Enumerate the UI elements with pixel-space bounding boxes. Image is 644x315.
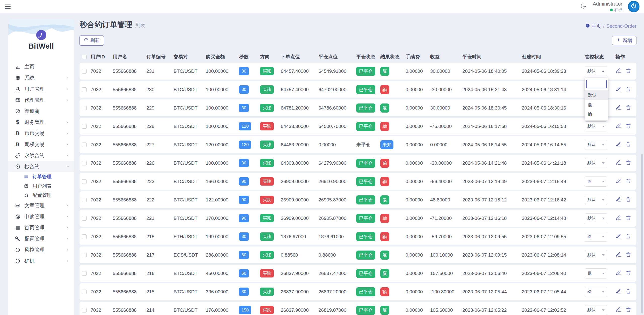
sidebar-item-币币交易[interactable]: B币币交易	[8, 128, 74, 139]
control-status-select[interactable]: 默认	[585, 305, 607, 315]
delete-button[interactable]	[625, 215, 631, 221]
delete-button[interactable]	[625, 105, 631, 111]
row-checkbox[interactable]	[82, 143, 87, 147]
select-all-checkbox[interactable]	[82, 55, 87, 59]
sidebar-item-代理管理[interactable]: 代理管理	[8, 94, 74, 106]
control-status-select[interactable]: 默认	[585, 121, 607, 131]
edit-button[interactable]	[615, 68, 621, 74]
sidebar-item-渠道商[interactable]: 渠道商	[8, 106, 74, 117]
trash-icon	[626, 289, 631, 295]
edit-button[interactable]	[615, 289, 621, 295]
delete-button[interactable]	[625, 307, 631, 313]
sidebar-subitem-用户列表[interactable]: 用户列表	[8, 181, 74, 191]
breadcrumb-home-link[interactable]: 主页	[585, 23, 601, 29]
control-status-cell: 默认	[585, 195, 615, 205]
row-checkbox[interactable]	[82, 234, 87, 239]
menu-toggle-icon[interactable]	[5, 3, 13, 10]
scrollbar[interactable]	[641, 154, 643, 313]
sidebar-item-首页管理[interactable]: 首页管理	[8, 222, 74, 233]
edit-button[interactable]	[615, 179, 621, 185]
row-checkbox[interactable]	[82, 161, 87, 165]
control-status-value: 默认	[587, 252, 595, 258]
row-checkbox[interactable]	[82, 69, 87, 74]
edit-button[interactable]	[615, 87, 621, 93]
row-checkbox[interactable]	[82, 253, 87, 257]
delete-button[interactable]	[625, 289, 631, 295]
edit-button[interactable]	[615, 252, 621, 258]
edit-button[interactable]	[615, 270, 621, 276]
row-checkbox[interactable]	[82, 124, 87, 129]
row-checkbox[interactable]	[82, 216, 87, 221]
add-button[interactable]: 新增	[612, 36, 636, 45]
checkbox-cell	[79, 308, 91, 312]
delete-button[interactable]	[625, 179, 631, 185]
control-status-select[interactable]: 赢	[585, 268, 607, 278]
delete-button[interactable]	[625, 160, 631, 166]
edit-button[interactable]	[615, 160, 621, 166]
delete-button[interactable]	[625, 197, 631, 203]
checkbox-cell	[79, 271, 91, 276]
open-point-cell: 64757.40000	[281, 87, 318, 92]
delete-button[interactable]	[625, 142, 631, 148]
edit-button[interactable]	[615, 234, 621, 240]
close-status-cell: 已平仓	[356, 177, 380, 186]
result-badge: 输	[380, 232, 389, 241]
control-status-select[interactable]: 输	[585, 232, 607, 242]
delete-button[interactable]	[625, 270, 631, 276]
dropdown-option-输[interactable]: 输	[585, 110, 608, 119]
edit-button[interactable]	[615, 215, 621, 221]
row-checkbox[interactable]	[82, 179, 87, 184]
sidebar-subitem-配置管理[interactable]: 配置管理	[8, 191, 74, 200]
delete-button[interactable]	[625, 123, 631, 129]
edit-button[interactable]	[615, 105, 621, 111]
control-status-select[interactable]: 默认	[585, 250, 607, 260]
delete-button[interactable]	[625, 252, 631, 258]
control-status-select[interactable]: 默认	[585, 140, 607, 150]
close-time-cell: 2024-05-06 16:14:55	[462, 142, 522, 148]
delete-button[interactable]	[625, 87, 631, 93]
edit-button[interactable]	[615, 197, 621, 203]
sidebar-subitem-订单管理[interactable]: 订单管理	[8, 172, 74, 181]
sidebar-item-文章管理[interactable]: 文章管理	[8, 200, 74, 211]
control-status-select[interactable]: 输	[585, 177, 607, 187]
dropdown-option-赢[interactable]: 赢	[585, 100, 608, 110]
sidebar-item-系统[interactable]: 系统	[8, 72, 74, 83]
row-checkbox[interactable]	[82, 106, 87, 110]
control-status-select[interactable]: 默认	[585, 195, 607, 205]
control-status-select[interactable]: 默认	[585, 158, 607, 168]
sidebar-item-主页[interactable]: 主页	[8, 61, 74, 72]
row-checkbox[interactable]	[82, 87, 87, 92]
sidebar-item-用户管理[interactable]: 用户管理	[8, 83, 74, 94]
row-checkbox[interactable]	[82, 290, 87, 294]
edit-button[interactable]	[615, 123, 621, 129]
sidebar-item-期权交易[interactable]: Ƀ期权交易	[8, 139, 74, 150]
sidebar-item-矿机[interactable]: 矿机	[8, 255, 74, 266]
sidebar-item-财务管理[interactable]: $财务管理	[8, 117, 74, 128]
refresh-button[interactable]: 刷新	[79, 36, 104, 46]
sidebar-item-申购管理[interactable]: 申购管理	[8, 211, 74, 222]
column-header: 交易对	[174, 54, 206, 60]
row-checkbox[interactable]	[82, 198, 87, 202]
row-checkbox[interactable]	[82, 308, 87, 312]
sidebar-item-风控管理[interactable]: 风控管理	[8, 244, 74, 255]
row-checkbox[interactable]	[82, 271, 87, 276]
dropdown-search-input[interactable]	[586, 80, 607, 88]
create-time-cell: 2023-06-07 12:18:49	[522, 179, 585, 184]
control-status-select[interactable]: 默认	[585, 213, 607, 223]
close-status-badge: 已平仓	[356, 287, 375, 296]
delete-button[interactable]	[625, 234, 631, 240]
sidebar-item-配置管理[interactable]: 配置管理	[8, 233, 74, 244]
dark-mode-toggle[interactable]	[580, 3, 587, 10]
user-avatar[interactable]	[628, 1, 639, 12]
sidebar-subitem-label: 用户列表	[32, 183, 70, 189]
edit-button[interactable]	[615, 307, 621, 313]
select-caret-icon	[602, 309, 605, 311]
sidebar-item-秒合约[interactable]: 秒合约	[8, 161, 74, 172]
delete-button[interactable]	[625, 68, 631, 74]
control-status-cell: 输	[585, 177, 615, 187]
edit-button[interactable]	[615, 142, 621, 148]
control-status-select[interactable]: 默认	[585, 66, 607, 76]
dropdown-option-默认[interactable]: 默认	[585, 90, 608, 100]
sidebar-item-永续合约[interactable]: 永续合约	[8, 150, 74, 161]
control-status-select[interactable]: 输	[585, 287, 607, 297]
